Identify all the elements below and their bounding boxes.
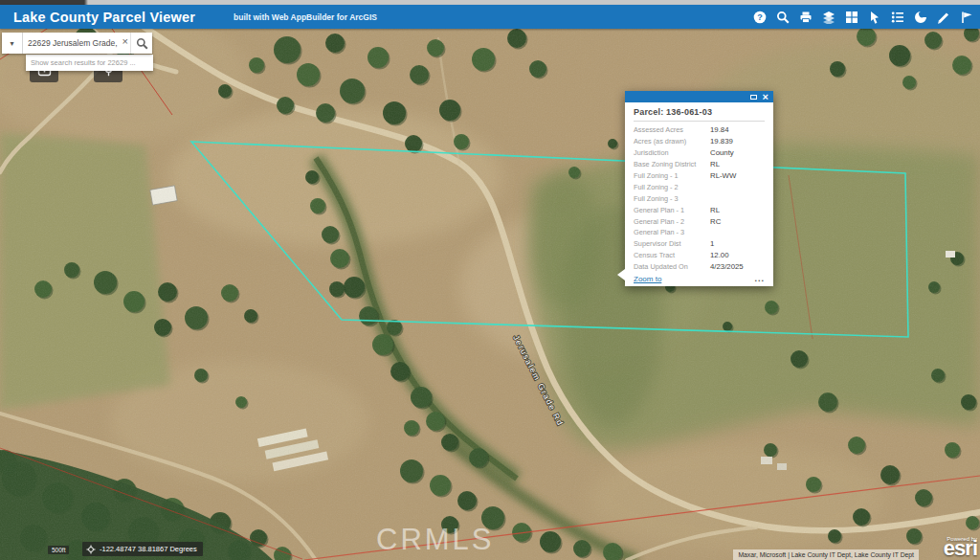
clear-search-icon[interactable]: ×	[122, 36, 128, 47]
zoom-to-link[interactable]: Zoom to	[634, 275, 661, 283]
parcel-popup: × Parcel: 136-061-03 Assessed Acres 19.8…	[625, 91, 773, 286]
field-label: General Plan - 1	[634, 206, 710, 214]
field-value: RL-WW	[710, 171, 736, 180]
field-value: 19.84	[710, 125, 729, 134]
app-subtitle: built with Web AppBuilder for ArcGIS	[234, 12, 377, 22]
field-label: Base Zoning District	[634, 160, 710, 168]
header-toolbar: ?	[752, 5, 974, 29]
coordinate-widget[interactable]: -122.48747 38.81867 Degrees	[82, 542, 203, 556]
field-value: County	[710, 148, 734, 157]
popup-field-row: Acres (as drawn) 19.839	[634, 136, 765, 147]
legend-icon[interactable]	[890, 10, 905, 25]
app-header: Lake County Parcel Viewer built with Web…	[0, 5, 980, 29]
field-label: General Plan - 3	[634, 228, 710, 236]
search-button[interactable]	[130, 33, 152, 54]
field-label: Data Updated On	[634, 262, 710, 271]
popup-field-row: Supervisor Dist 1	[634, 238, 765, 250]
field-label: Supervisor Dist	[634, 239, 710, 248]
popup-callout-arrow	[617, 269, 625, 280]
popup-titlebar: ×	[625, 91, 773, 102]
layers-icon[interactable]	[821, 10, 836, 25]
esri-wordmark: esri	[944, 536, 977, 560]
popup-field-row: General Plan - 3	[634, 227, 765, 238]
measure-icon[interactable]	[936, 10, 951, 25]
search-widget: ▾ ×	[2, 33, 152, 54]
popup-field-row: Census Tract 12.00	[634, 250, 765, 261]
coordinate-readout: -122.48747 38.81867 Degrees	[100, 545, 197, 553]
page-title: Lake County Parcel Viewer	[13, 10, 195, 25]
scalebar: 500ft	[48, 546, 69, 554]
field-value: 19.839	[710, 137, 733, 146]
app-window: Jerusalem Grade Rd Lake County Parcel Vi…	[0, 0, 980, 560]
popup-title: Parcel: 136-061-03	[634, 107, 765, 117]
field-label: Full Zoning - 3	[634, 194, 710, 203]
field-label: Jurisdiction	[634, 148, 710, 157]
field-value: 12.00	[710, 251, 729, 259]
texture-overlay	[0, 0, 980, 560]
popup-field-row: Full Zoning - 2	[634, 181, 765, 192]
field-value: RL	[710, 206, 720, 214]
field-value: 4/23/2025	[710, 262, 744, 271]
share-icon[interactable]	[959, 10, 974, 25]
popup-body: Parcel: 136-061-03 Assessed Acres 19.84 …	[625, 102, 773, 286]
field-value: 1	[710, 239, 714, 248]
popup-footer: Zoom to ...	[625, 271, 773, 286]
help-icon[interactable]: ?	[752, 10, 768, 25]
search-input[interactable]	[23, 33, 130, 54]
field-value: RL	[710, 160, 720, 168]
field-label: Acres (as drawn)	[634, 137, 710, 146]
print-icon[interactable]	[798, 10, 813, 25]
popup-field-row: Jurisdiction County	[634, 147, 765, 159]
popup-field-row: Full Zoning - 1 RL-WW	[634, 170, 765, 182]
popup-field-row: General Plan - 1 RL	[634, 204, 765, 215]
more-actions-icon[interactable]: ...	[754, 274, 765, 283]
svg-text:?: ?	[757, 12, 763, 22]
field-label: Census Tract	[634, 251, 710, 259]
draw-icon[interactable]	[913, 10, 928, 25]
popup-field-row: Assessed Acres 19.84	[634, 124, 765, 136]
field-label: Full Zoning - 2	[634, 183, 710, 191]
esri-logo: Powered by esri	[944, 536, 977, 559]
map-attribution: Maxar, Microsoft | Lake County IT Dept, …	[733, 549, 919, 560]
popup-rows: Assessed Acres 19.84 Acres (as drawn) 19…	[634, 124, 765, 283]
popup-field-row: Base Zoning District RL	[634, 159, 765, 170]
field-label: Full Zoning - 1	[634, 171, 710, 180]
search-source-dropdown[interactable]: ▾	[2, 33, 23, 54]
field-value: RC	[710, 217, 721, 226]
close-icon[interactable]: ×	[763, 92, 768, 101]
field-label: Assessed Acres	[634, 125, 710, 134]
crosshair-icon	[86, 545, 96, 554]
map-canvas[interactable]: Jerusalem Grade Rd	[0, 0, 980, 560]
basemap-gallery-icon[interactable]	[844, 10, 859, 25]
search-suggestion[interactable]: Show search results for 22629 ...	[26, 55, 153, 71]
popup-field-row: General Plan - 2 RC	[634, 215, 765, 227]
select-icon[interactable]	[867, 10, 882, 25]
maximize-icon[interactable]	[750, 95, 757, 100]
search-input-box: ×	[23, 33, 130, 54]
field-label: General Plan - 2	[634, 217, 710, 226]
search-icon[interactable]	[775, 10, 791, 25]
popup-field-row: Full Zoning - 3	[634, 192, 765, 204]
